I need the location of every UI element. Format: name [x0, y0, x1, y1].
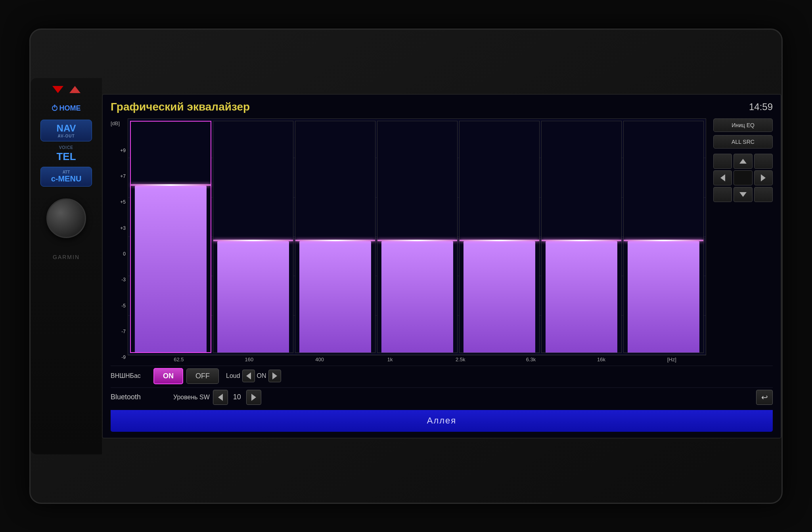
nav-pad-center[interactable]	[733, 170, 752, 185]
sw-row: Bluetooth Уровень SW 10 ↩	[111, 387, 773, 407]
up-arrow-icon	[739, 159, 747, 164]
db-5plus: +5	[111, 199, 126, 205]
eq-band-63k[interactable]	[541, 121, 622, 353]
eq-title: Графический эквалайзер	[111, 101, 250, 113]
loud-area: Loud ON	[226, 370, 281, 382]
screen-inner: Графический эквалайзер 14:59 [dB] +9 +7 …	[103, 95, 781, 438]
db-9minus: -9	[111, 355, 126, 360]
clock: 14:59	[749, 101, 773, 113]
nav-button[interactable]: NAV AV-OUT	[40, 120, 92, 141]
bluetooth-label: Bluetooth	[111, 393, 170, 401]
eq-band-625[interactable]	[130, 121, 211, 353]
freq-1k: 1k	[356, 357, 425, 362]
sw-prev-button[interactable]	[213, 390, 228, 405]
nav-pad-empty-br	[754, 187, 773, 202]
sw-label: Уровень SW	[173, 394, 210, 401]
freq-160: 160	[215, 357, 284, 362]
on-small-label: ON	[257, 372, 266, 379]
freq-625: 62.5	[144, 357, 213, 362]
device-outer: HOME NAV AV-OUT VOICE TEL ATT c-MENU GAR…	[29, 29, 783, 504]
nav-pad	[713, 154, 773, 202]
db-label: [dB]	[111, 120, 126, 126]
nav-pad-empty-bl	[713, 187, 732, 202]
db-7plus: +7	[111, 174, 126, 179]
loud-right-button[interactable]	[268, 370, 281, 382]
loud-left-icon	[246, 372, 251, 379]
back-icon: ↩	[761, 393, 768, 402]
eject-down-icon[interactable]	[52, 86, 63, 93]
main-screen: Графический эквалайзер 14:59 [dB] +9 +7 …	[102, 94, 781, 439]
cmenu-label: c-MENU	[51, 174, 82, 183]
menu-button[interactable]: ATT c-MENU	[40, 167, 92, 187]
freq-63k: 6.3k	[496, 357, 565, 362]
db-3plus: +3	[111, 225, 126, 231]
right-controls: Иниц EQ ALL SRC	[709, 118, 773, 362]
on-button[interactable]: ON	[153, 368, 183, 384]
sw-prev-icon	[218, 394, 223, 401]
bnsh-label: ВНШНБас	[111, 372, 150, 379]
eject-up-icon[interactable]	[69, 86, 80, 93]
db-5minus: -5	[111, 303, 126, 309]
all-src-button[interactable]: ALL SRC	[713, 135, 773, 149]
garmin-label: GARMIN	[53, 254, 80, 260]
loud-left-button[interactable]	[242, 370, 255, 382]
status-bar: Аллея	[111, 410, 773, 432]
screen-header: Графический эквалайзер 14:59	[111, 101, 773, 115]
eject-buttons	[52, 86, 80, 93]
nav-pad-empty-tr	[754, 154, 773, 169]
att-label: ATT	[63, 170, 70, 174]
nav-pad-right[interactable]	[754, 170, 773, 185]
db-7minus: -7	[111, 329, 126, 334]
voice-tel-button[interactable]: VOICE TEL	[56, 145, 76, 163]
freq-400: 400	[285, 357, 354, 362]
freq-16k: 16k	[567, 357, 636, 362]
off-button[interactable]: OFF	[186, 368, 219, 384]
left-arrow-icon	[720, 174, 725, 181]
left-panel: HOME NAV AV-OUT VOICE TEL ATT c-MENU GAR…	[31, 78, 102, 454]
db-3minus: -3	[111, 277, 126, 282]
eq-band-16k[interactable]	[623, 121, 704, 353]
volume-knob[interactable]	[46, 198, 86, 238]
loud-right-icon	[272, 372, 277, 379]
av-out-label: AV-OUT	[57, 134, 75, 138]
nav-label: NAV	[57, 123, 76, 134]
tel-label: TEL	[56, 151, 76, 163]
db-0: 0	[111, 251, 126, 257]
eq-grid	[128, 118, 706, 355]
loud-label: Loud	[226, 372, 240, 379]
nav-pad-down[interactable]	[733, 187, 752, 202]
nav-pad-empty-tl	[713, 154, 732, 169]
back-button[interactable]: ↩	[756, 390, 773, 405]
freq-25k: 2.5k	[426, 357, 495, 362]
home-label: HOME	[59, 104, 81, 113]
eq-band-160[interactable]	[213, 121, 293, 353]
right-arrow-icon	[761, 174, 766, 181]
nav-pad-up[interactable]	[733, 154, 752, 169]
init-eq-button[interactable]: Иниц EQ	[713, 118, 773, 132]
freq-hz: [Hz]	[637, 357, 706, 362]
db-9plus: +9	[111, 148, 126, 153]
eq-band-25k[interactable]	[459, 121, 540, 353]
brand-bar: HDMI XMRL KENWOOD DNX4150BT	[103, 438, 781, 439]
sw-value: 10	[231, 393, 243, 401]
status-text: Аллея	[427, 416, 457, 426]
sw-next-button[interactable]	[246, 390, 261, 405]
home-button[interactable]: HOME	[46, 101, 87, 116]
eq-main-area: [dB] +9 +7 +5 +3 0 -3 -5 -7 -9	[111, 118, 706, 362]
power-icon	[52, 105, 57, 111]
bottom-controls-row1: ВНШНБас ON OFF Loud ON	[111, 366, 773, 384]
eq-band-1k[interactable]	[377, 121, 458, 353]
sw-next-icon	[251, 394, 256, 401]
nav-pad-left[interactable]	[713, 170, 732, 185]
voice-label: VOICE	[59, 145, 73, 150]
eq-band-400[interactable]	[295, 121, 375, 353]
down-arrow-icon	[739, 192, 747, 197]
eq-freq-row: 62.5 160 400 1k 2.5k 6.3k 16k [Hz]	[128, 357, 706, 362]
eq-content-row: [dB] +9 +7 +5 +3 0 -3 -5 -7 -9	[111, 118, 773, 362]
